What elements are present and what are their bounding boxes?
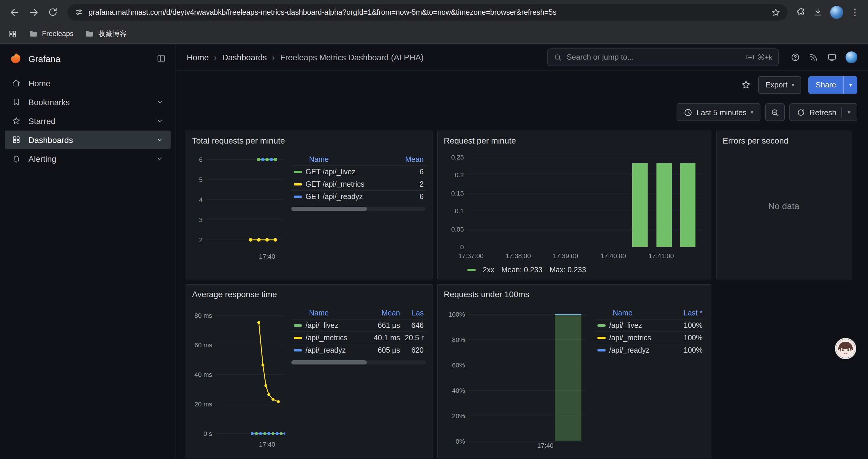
panel-requests-under-100ms[interactable]: Requests under 100ms 100% 80% [437,284,711,458]
grafana-logo[interactable] [9,52,23,65]
axis-tick: 60% [452,362,465,369]
sidebar-item-starred[interactable]: Starred [5,112,171,130]
legend-col-name[interactable]: Name [613,309,673,317]
legend-col-name[interactable]: Name [309,309,363,317]
help-icon[interactable] [790,52,800,62]
request-per-minute-chart[interactable]: 0.25 0.2 0.15 0.1 0.05 0 17:37:00 17:38:… [444,146,705,262]
series-max: Max: 0.233 [550,266,586,274]
url-text[interactable]: grafana.mathmast.com/d/deytv4rwavabkb/fr… [89,8,766,16]
user-avatar[interactable] [845,51,857,63]
panel-title[interactable]: Request per minute [444,136,705,145]
bookmark-freeleaps[interactable]: Freeleaps [29,29,73,38]
chevron-down-icon[interactable] [156,155,164,162]
panel-request-per-minute[interactable]: Request per minute 0.25 0.2 0.15 0.1 [437,131,711,280]
legend-row[interactable]: GET /api/_livez 6 [291,165,426,178]
axis-tick: 4 [199,196,203,203]
reload-button[interactable] [44,3,61,21]
address-bar[interactable]: grafana.mathmast.com/d/deytv4rwavabkb/fr… [67,4,788,21]
legend-row[interactable]: GET /api/_metrics 2 [291,178,426,190]
sidebar-item-home[interactable]: Home [5,74,171,92]
sidebar-item-dashboards[interactable]: Dashboards [5,131,171,149]
time-range-picker[interactable]: Last 5 minutes ▾ [677,103,761,121]
breadcrumb-home[interactable]: Home [187,52,209,62]
series-mean: 40.1 ms [367,334,400,342]
panel-avg-response-time[interactable]: Average response time 80 ms 60 ms 40 ms [186,284,433,458]
header-icons [790,51,857,63]
panel-title[interactable]: Requests under 100ms [444,290,705,299]
legend-scrollbar[interactable] [291,207,426,211]
bookmark-star-icon[interactable] [771,7,780,17]
browser-profile-avatar[interactable] [830,6,843,19]
series-name[interactable]: 2xx [483,266,494,274]
apps-grid-icon[interactable] [8,29,17,38]
zoom-out-button[interactable] [765,103,785,121]
panel-title[interactable]: Average response time [192,290,426,299]
floating-avatar[interactable] [835,338,856,359]
series-swatch [597,337,606,339]
legend-scrollbar[interactable] [291,360,426,364]
legend-row[interactable]: /api/_readyz 100% [595,344,705,356]
dashboard-actions-row: Export ▾ Share ▾ [176,71,868,99]
axis-tick: 6 [199,156,203,163]
divider [842,107,842,118]
export-button[interactable]: Export ▾ [758,76,801,94]
axis-tick: 17:38:00 [505,252,531,260]
downloads-icon[interactable] [813,7,823,17]
avg-response-chart[interactable]: 80 ms 60 ms 40 ms 20 ms 0 s 17:40 [192,300,285,449]
news-rss-icon[interactable] [809,52,818,62]
browser-menu-icon[interactable]: ⋮ [850,7,860,17]
total-requests-chart[interactable]: 6 5 4 3 2 17:40 [192,146,285,262]
chevron-down-icon[interactable] [156,136,164,143]
legend-col-last[interactable]: Last * [677,309,703,317]
legend-row[interactable]: /api/_metrics 100% [595,331,705,344]
back-button[interactable] [6,3,24,21]
sidebar-item-alerting[interactable]: Alerting [5,150,171,168]
sidebar-collapse-icon[interactable] [157,54,166,63]
chevron-down-icon[interactable] [156,98,164,106]
legend-row[interactable]: /api/_metrics 40.1 ms 20.5 r [291,331,426,344]
bookmark-blog-folder[interactable]: 收藏博客 [85,29,127,39]
panel-title[interactable]: Errors per second [723,136,845,145]
series-name[interactable]: GET /api/_livez [306,168,397,176]
series-name[interactable]: /api/_livez [609,321,673,330]
search-input[interactable] [567,53,741,61]
sidebar-item-bookmarks[interactable]: Bookmarks [5,93,171,111]
series-mean: 605 µs [367,346,400,355]
legend-row[interactable]: /api/_livez 100% [595,319,705,331]
legend-col-mean[interactable]: Mean [367,309,400,317]
legend-row[interactable]: /api/_livez 661 µs 646 [291,319,426,331]
share-label[interactable]: Share [809,76,843,94]
panel-total-requests[interactable]: Total requests per minute 6 5 4 [186,131,433,280]
legend-col-name[interactable]: Name [309,155,397,164]
legend-col-mean[interactable]: Mean [400,155,424,164]
refresh-button[interactable]: Refresh ▾ [789,103,857,121]
share-button[interactable]: Share ▾ [809,76,857,94]
breadcrumb-current: Freeleaps Metrics Dashboard (ALPHA) [280,52,424,62]
extensions-icon[interactable] [796,7,806,17]
legend-row[interactable]: /api/_readyz 605 µs 620 [291,344,426,356]
series-name[interactable]: /api/_readyz [609,346,673,355]
site-settings-icon[interactable] [74,8,83,17]
breadcrumb-sep: › [272,52,275,62]
panel-title[interactable]: Total requests per minute [192,136,426,145]
breadcrumb-dashboards[interactable]: Dashboards [222,52,267,62]
series-name[interactable]: /api/_metrics [306,334,363,342]
panel-errors-per-second[interactable]: Errors per second No data [716,131,851,280]
series-name[interactable]: /api/_livez [306,321,363,330]
series-name[interactable]: /api/_readyz [306,346,363,355]
refresh-icon [797,108,805,117]
series-name[interactable]: /api/_metrics [609,334,673,342]
legend-col-last[interactable]: Las [404,309,424,317]
sidebar-item-label: Home [28,78,51,88]
chevron-down-icon[interactable] [156,117,164,125]
forward-button[interactable] [25,3,42,21]
series-swatch [294,337,302,339]
share-dropdown-arrow[interactable]: ▾ [843,76,857,94]
legend-row[interactable]: GET /api/_readyz 6 [291,190,426,203]
favorite-star-button[interactable] [741,80,751,90]
under-100ms-chart[interactable]: 100% 80% 60% 40% 20% 0% 17:40 [444,300,589,449]
monitor-icon[interactable] [827,52,837,62]
series-name[interactable]: GET /api/_metrics [306,180,397,189]
search-box[interactable]: ⌘+k [547,48,779,66]
series-name[interactable]: GET /api/_readyz [306,193,397,201]
